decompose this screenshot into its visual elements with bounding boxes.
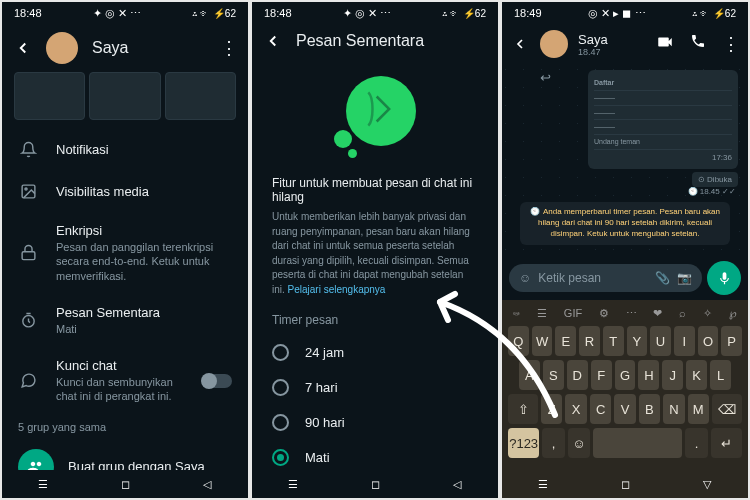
image-icon <box>18 181 38 201</box>
key[interactable]: S <box>543 360 564 390</box>
video-call-icon[interactable] <box>656 33 674 55</box>
nav-bar: ☰ ◻ ◁ <box>2 470 248 498</box>
key[interactable]: K <box>686 360 707 390</box>
key[interactable]: W <box>532 326 553 356</box>
menu-icon[interactable]: ⋮ <box>722 33 738 55</box>
opened-badge: ⊙ Dibuka <box>692 172 738 187</box>
nav-bar: ☰ ◻ ▽ <box>502 470 748 498</box>
chat-body[interactable]: ↪ Daftar ——— ——— ——— Undang teman 17:36 … <box>502 64 748 256</box>
key[interactable]: C <box>590 394 611 424</box>
svg-rect-2 <box>22 252 35 260</box>
back-icon[interactable] <box>512 35 530 53</box>
key[interactable]: Y <box>627 326 648 356</box>
key[interactable]: T <box>603 326 624 356</box>
nav-home[interactable]: ◻ <box>113 472 137 496</box>
nav-home[interactable]: ◻ <box>613 472 637 496</box>
chat-lock-toggle[interactable] <box>202 374 232 388</box>
key[interactable]: L <box>710 360 731 390</box>
media-visibility-row[interactable]: Visibilitas media <box>2 170 248 212</box>
disappearing-row[interactable]: Pesan SementaraMati <box>2 294 248 347</box>
key[interactable]: . <box>685 428 707 458</box>
page-title: Pesan Sementara <box>296 32 486 50</box>
contact-name: Saya <box>92 39 206 57</box>
camera-icon[interactable]: 📷 <box>677 271 692 285</box>
key[interactable]: V <box>614 394 635 424</box>
menu-icon[interactable]: ⋮ <box>220 37 236 59</box>
key[interactable]: G <box>615 360 636 390</box>
radio-icon <box>272 379 289 396</box>
back-icon[interactable] <box>264 32 282 50</box>
notifications-row[interactable]: Notifikasi <box>2 128 248 170</box>
key[interactable]: I <box>674 326 695 356</box>
radio-7d[interactable]: 7 hari <box>252 370 498 405</box>
key[interactable]: P <box>721 326 742 356</box>
key[interactable]: B <box>639 394 660 424</box>
key[interactable]: J <box>662 360 683 390</box>
attach-icon[interactable]: 📎 <box>655 271 670 285</box>
timer-label: Timer pesan <box>252 297 498 335</box>
key[interactable]: ↵ <box>711 428 742 458</box>
msg-time: 🕙 18.45 ✓✓ <box>512 187 738 196</box>
key[interactable]: Q <box>508 326 529 356</box>
chat-lock-icon <box>18 371 38 391</box>
key[interactable]: ⇧ <box>508 394 538 424</box>
lock-icon <box>18 243 38 263</box>
desc-title: Fitur untuk membuat pesan di chat ini hi… <box>272 176 478 204</box>
radio-24h[interactable]: 24 jam <box>252 335 498 370</box>
nav-home[interactable]: ◻ <box>363 472 387 496</box>
message-input[interactable]: ☺ Ketik pesan 📎 📷 <box>509 264 702 292</box>
key[interactable]: F <box>591 360 612 390</box>
key[interactable]: ?123 <box>508 428 539 458</box>
key[interactable]: N <box>663 394 684 424</box>
kb-toolbar[interactable]: ⎃☰GIF⚙⋯❤⌕✧℘ <box>505 303 745 324</box>
radio-icon <box>272 449 289 466</box>
nav-bar: ☰ ◻ ◁ <box>252 470 498 498</box>
key[interactable]: H <box>638 360 659 390</box>
encryption-row[interactable]: EnkripsiPesan dan panggilan terenkripsi … <box>2 212 248 294</box>
key[interactable]: X <box>565 394 586 424</box>
nav-menu[interactable]: ☰ <box>531 472 555 496</box>
media-thumbnails[interactable] <box>2 72 248 128</box>
nav-back[interactable]: ◁ <box>195 472 219 496</box>
key[interactable]: ☺ <box>568 428 590 458</box>
system-message[interactable]: 🕙Anda memperbarui timer pesan. Pesan bar… <box>520 202 730 244</box>
keyboard[interactable]: ⎃☰GIF⚙⋯❤⌕✧℘ QWERTYUIOP ASDFGHJKL ⇧ZXCVBN… <box>502 300 748 472</box>
mic-button[interactable] <box>707 261 741 295</box>
nav-back[interactable]: ◁ <box>445 472 469 496</box>
avatar[interactable] <box>46 32 78 64</box>
key[interactable]: M <box>688 394 709 424</box>
chat-header: Saya18.47 ⋮ <box>502 24 748 64</box>
key[interactable]: , <box>542 428 564 458</box>
key[interactable] <box>593 428 682 458</box>
illustration <box>252 58 498 176</box>
page-header: Pesan Sementara <box>252 24 498 58</box>
learn-more-link[interactable]: Pelajari selengkapnya <box>288 284 386 295</box>
last-seen: 18.47 <box>578 47 608 57</box>
nav-menu[interactable]: ☰ <box>31 472 55 496</box>
emoji-icon[interactable]: ☺ <box>519 271 531 285</box>
key[interactable]: U <box>650 326 671 356</box>
nav-back[interactable]: ▽ <box>695 472 719 496</box>
key[interactable]: E <box>555 326 576 356</box>
key[interactable]: O <box>698 326 719 356</box>
forward-icon: ↪ <box>540 70 551 85</box>
key[interactable]: Z <box>541 394 562 424</box>
key[interactable]: R <box>579 326 600 356</box>
svg-point-1 <box>24 187 26 189</box>
chat-lock-row[interactable]: Kunci chatKunci dan sembunyikan chat ini… <box>2 347 248 415</box>
key[interactable]: D <box>567 360 588 390</box>
chat-name: Saya <box>578 32 608 47</box>
call-icon[interactable] <box>690 33 706 55</box>
radio-icon <box>272 414 289 431</box>
message-bubble[interactable]: Daftar ——— ——— ——— Undang teman 17:36 <box>588 70 738 169</box>
avatar[interactable] <box>540 30 568 58</box>
radio-90d[interactable]: 90 hari <box>252 405 498 440</box>
status-bar: 18:49 ◎ ✕ ▸ ◼ ⋯ ⁂ ᯤ ⚡62 <box>502 2 748 24</box>
key[interactable]: ⌫ <box>712 394 742 424</box>
groups-label: 5 grup yang sama <box>2 415 248 439</box>
nav-menu[interactable]: ☰ <box>281 472 305 496</box>
key[interactable]: A <box>519 360 540 390</box>
status-bar: 18:48 ✦ ◎ ✕ ⋯ ⁂ ᯤ ⚡62 <box>2 2 248 24</box>
radio-icon <box>272 344 289 361</box>
back-icon[interactable] <box>14 39 32 57</box>
